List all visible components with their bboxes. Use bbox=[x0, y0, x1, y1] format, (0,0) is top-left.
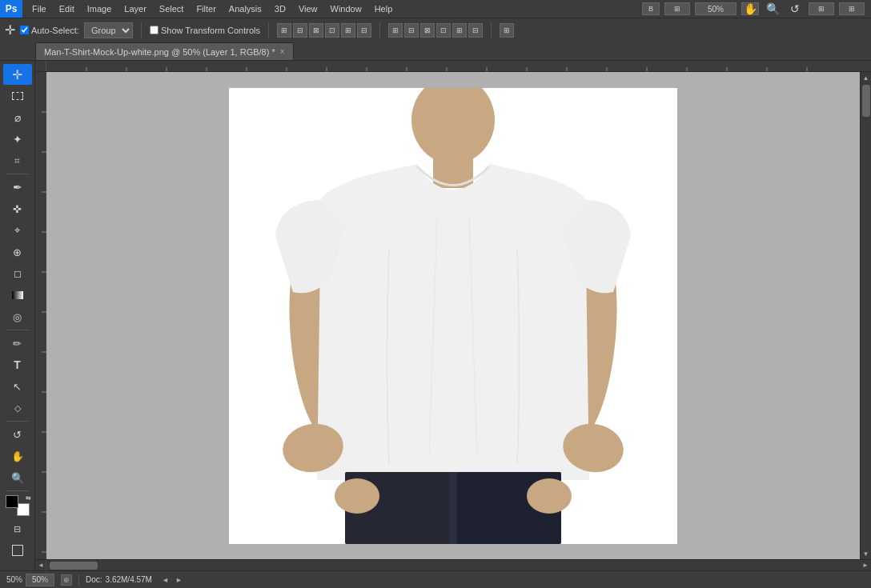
auto-align-btn[interactable]: ⊞ bbox=[500, 23, 514, 38]
zoom-icon: 🔍 bbox=[11, 472, 24, 484]
transform-label: Show Transform Controls bbox=[150, 26, 260, 35]
eyedropper-btn[interactable]: ✒ bbox=[3, 177, 32, 198]
status-scroll-right[interactable]: ► bbox=[175, 576, 183, 584]
scroll-up-arrow[interactable]: ▲ bbox=[861, 72, 872, 83]
menu-help[interactable]: Help bbox=[368, 2, 399, 15]
menu-window[interactable]: Window bbox=[324, 2, 368, 15]
options-icon-4[interactable]: 🔍 bbox=[764, 2, 781, 15]
clone-stamp-btn[interactable]: ⊕ bbox=[3, 242, 32, 262]
status-scroll-left[interactable]: ◄ bbox=[162, 576, 169, 584]
separator-3 bbox=[379, 22, 380, 38]
gradient-btn[interactable] bbox=[3, 285, 32, 306]
marquee-icon bbox=[12, 92, 23, 100]
dist-right-btn[interactable]: ⊠ bbox=[420, 23, 435, 38]
options-icon-7[interactable]: ⊞ bbox=[839, 2, 865, 15]
crop-btn[interactable]: ⌗ bbox=[3, 150, 32, 171]
3d-icon: ↺ bbox=[13, 429, 22, 441]
align-center-h-btn[interactable]: ⊟ bbox=[293, 23, 307, 38]
dist-bottom-btn[interactable]: ⊟ bbox=[468, 23, 483, 38]
menu-select[interactable]: Select bbox=[153, 2, 191, 15]
group-select[interactable]: Group Layer bbox=[84, 22, 133, 38]
tab-close-btn[interactable]: × bbox=[280, 47, 285, 56]
svg-point-44 bbox=[335, 478, 379, 514]
brush-btn[interactable]: ⌖ bbox=[3, 220, 32, 241]
align-top-btn[interactable]: ⊡ bbox=[325, 23, 339, 38]
lasso-btn[interactable]: ⌀ bbox=[3, 107, 32, 128]
magic-wand-btn[interactable]: ✦ bbox=[3, 129, 32, 150]
align-bottom-btn[interactable]: ⊟ bbox=[357, 23, 371, 38]
ruler-top bbox=[46, 61, 871, 71]
scroll-right-arrow[interactable]: ► bbox=[860, 560, 871, 571]
quick-mask-btn[interactable]: ⊟ bbox=[3, 518, 32, 539]
menu-layer[interactable]: Layer bbox=[118, 2, 153, 15]
magic-wand-icon: ✦ bbox=[13, 133, 22, 146]
crop-icon: ⌗ bbox=[14, 155, 20, 166]
options-icon-1[interactable]: B bbox=[642, 2, 660, 15]
transform-checkbox[interactable] bbox=[150, 26, 159, 34]
options-icon-3[interactable]: ✋ bbox=[741, 2, 759, 15]
options-icon-5[interactable]: ↺ bbox=[786, 2, 804, 15]
menu-analysis[interactable]: Analysis bbox=[223, 2, 268, 15]
eraser-btn[interactable]: ◻ bbox=[3, 263, 32, 284]
canvas-scroll-area: ▲ ▼ bbox=[35, 72, 871, 559]
hand-btn[interactable]: ✋ bbox=[3, 446, 32, 466]
path-select-btn[interactable]: ↖ bbox=[3, 376, 32, 397]
menu-view[interactable]: View bbox=[292, 2, 324, 15]
menu-3d[interactable]: 3D bbox=[268, 2, 292, 15]
screen-mode-icon bbox=[12, 545, 23, 556]
healing-brush-btn[interactable]: ✜ bbox=[3, 198, 32, 219]
options-icon-2[interactable]: ⊞ bbox=[664, 2, 690, 15]
menu-bar: Ps File Edit Image Layer Select Filter A… bbox=[0, 0, 871, 18]
dist-top-btn[interactable]: ⊡ bbox=[436, 23, 451, 38]
distribute-icons-group: ⊞ ⊟ ⊠ ⊡ ⊞ ⊟ bbox=[388, 23, 483, 38]
tab-filename: Man-T-Shirt-Mock-Up-white.png @ 50% (Lay… bbox=[44, 47, 275, 57]
pen-btn[interactable]: ✏ bbox=[3, 333, 32, 354]
tool-sep-3 bbox=[6, 421, 29, 422]
swap-colors-icon[interactable]: ⇆ bbox=[26, 494, 31, 502]
rectangular-marquee-btn[interactable] bbox=[3, 86, 32, 106]
scroll-thumb-v[interactable] bbox=[862, 85, 870, 117]
separator-1 bbox=[141, 22, 142, 38]
ruler-area-top bbox=[35, 61, 871, 72]
3d-btn[interactable]: ↺ bbox=[3, 424, 32, 445]
tab-bar: Man-T-Shirt-Mock-Up-white.png @ 50% (Lay… bbox=[0, 42, 871, 61]
align-icons-group: ⊞ ⊟ ⊠ ⊡ ⊞ ⊟ bbox=[277, 23, 371, 38]
scroll-down-arrow[interactable]: ▼ bbox=[861, 548, 872, 559]
auto-select-label: Auto-Select: bbox=[20, 26, 79, 35]
scroll-thumb-h[interactable] bbox=[50, 562, 98, 570]
auto-select-checkbox[interactable] bbox=[20, 26, 29, 34]
dist-left-btn[interactable]: ⊞ bbox=[388, 23, 403, 38]
type-icon: T bbox=[14, 358, 21, 371]
align-center-v-btn[interactable]: ⊞ bbox=[341, 23, 355, 38]
dist-center-h-btn[interactable]: ⊟ bbox=[404, 23, 419, 38]
options-icon-6[interactable]: ⊞ bbox=[809, 2, 834, 15]
left-toolbar: ✛ ⌀ ✦ ⌗ ✒ ✜ ⌖ ⊕ ◻ bbox=[0, 61, 35, 570]
canvas-with-scroll: ▲ ▼ ◄ ► bbox=[35, 61, 871, 570]
dodge-icon: ◎ bbox=[13, 311, 22, 323]
menu-filter[interactable]: Filter bbox=[190, 2, 222, 15]
document-tab[interactable]: Man-T-Shirt-Mock-Up-white.png @ 50% (Lay… bbox=[35, 42, 294, 60]
zoom-display[interactable]: 50% bbox=[695, 2, 737, 15]
foreground-color-swatch[interactable] bbox=[6, 495, 18, 508]
menu-edit[interactable]: Edit bbox=[53, 2, 81, 15]
status-zoom-icon[interactable]: ⊕ bbox=[61, 574, 72, 586]
move-tool-icon: ✛ bbox=[5, 22, 15, 38]
dodge-btn[interactable]: ◎ bbox=[3, 306, 32, 327]
ps-logo: Ps bbox=[0, 0, 22, 18]
menu-image[interactable]: Image bbox=[81, 2, 118, 15]
menu-items: File Edit Image Layer Select Filter Anal… bbox=[22, 2, 399, 15]
doc-label: Doc: bbox=[86, 575, 102, 584]
type-btn[interactable]: T bbox=[3, 354, 32, 375]
background-color-swatch[interactable] bbox=[17, 503, 30, 516]
move-tool-btn[interactable]: ✛ bbox=[3, 64, 32, 85]
eyedropper-icon: ✒ bbox=[13, 181, 22, 194]
align-left-btn[interactable]: ⊞ bbox=[277, 23, 291, 38]
dist-center-v-btn[interactable]: ⊞ bbox=[452, 23, 467, 38]
shape-btn[interactable]: ◇ bbox=[3, 398, 32, 418]
vertical-scrollbar[interactable]: ▲ ▼ bbox=[860, 72, 871, 559]
zoom-btn[interactable]: 🔍 bbox=[3, 467, 32, 488]
horizontal-scrollbar[interactable]: ◄ ► bbox=[35, 559, 871, 570]
screen-mode-btn[interactable] bbox=[3, 540, 32, 561]
align-right-btn[interactable]: ⊠ bbox=[309, 23, 323, 38]
menu-file[interactable]: File bbox=[26, 2, 53, 15]
